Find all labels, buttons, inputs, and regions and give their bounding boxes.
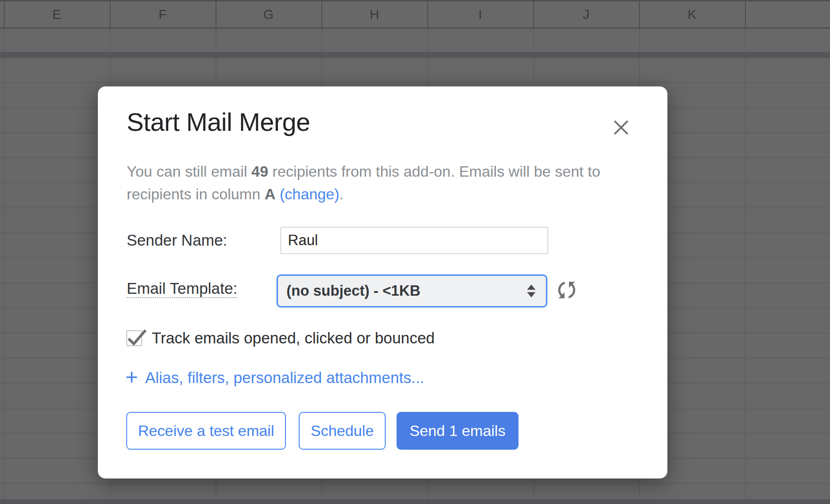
intro-segment: .: [339, 186, 344, 203]
frozen-row-divider: [0, 52, 830, 58]
sender-name-label: Sender Name:: [127, 227, 227, 254]
column-header-i: I: [427, 1, 533, 27]
intro-segment: You can still email: [127, 163, 251, 180]
schedule-button[interactable]: Schedule: [299, 412, 386, 450]
change-column-link[interactable]: (change): [280, 186, 339, 203]
column-header-row: E F G H I J K: [4, 1, 745, 27]
column-header-k: K: [639, 1, 745, 27]
column-header-e: E: [4, 1, 110, 27]
column-header-j: J: [533, 1, 639, 27]
email-template-select[interactable]: (no subject) - <1KB: [277, 274, 547, 308]
close-icon: [613, 120, 629, 137]
recipients-column: A: [265, 186, 276, 203]
close-button[interactable]: [609, 117, 633, 140]
sender-name-input[interactable]: [280, 227, 548, 254]
intro-text: You can still email 49 recipients from t…: [127, 160, 640, 205]
dialog-title: Start Mail Merge: [127, 107, 310, 137]
column-header-h: H: [321, 1, 427, 27]
column-header-f: F: [110, 1, 216, 27]
refresh-icon: [554, 277, 579, 305]
refresh-templates-button[interactable]: [553, 277, 580, 305]
sheet-header-border: [0, 27, 830, 29]
tracking-row: Track emails opened, clicked or bounced: [126, 329, 435, 347]
start-mail-merge-dialog: Start Mail Merge You can still email 49 …: [98, 86, 667, 478]
screen: E F G H I J K Start Mail Merge You can s…: [0, 0, 830, 504]
receive-test-email-button[interactable]: Receive a test email: [126, 412, 286, 450]
plus-icon: +: [125, 366, 138, 388]
alias-filters-link[interactable]: + Alias, filters, personalized attachmen…: [125, 368, 424, 388]
updown-arrows-icon: [527, 285, 536, 298]
sheet-bottom-divider: [0, 499, 830, 504]
checkmark-icon: [126, 325, 148, 350]
email-template-label: Email Template:: [127, 279, 237, 298]
tracking-label[interactable]: Track emails opened, clicked or bounced: [152, 329, 435, 347]
selected-template: (no subject) - <1KB: [278, 282, 420, 299]
alias-filters-label: Alias, filters, personalized attachments…: [145, 369, 424, 387]
tracking-checkbox[interactable]: [126, 330, 142, 346]
recipients-count: 49: [251, 163, 268, 180]
column-header-g: G: [216, 1, 321, 27]
send-emails-button[interactable]: Send 1 emails: [397, 412, 519, 450]
